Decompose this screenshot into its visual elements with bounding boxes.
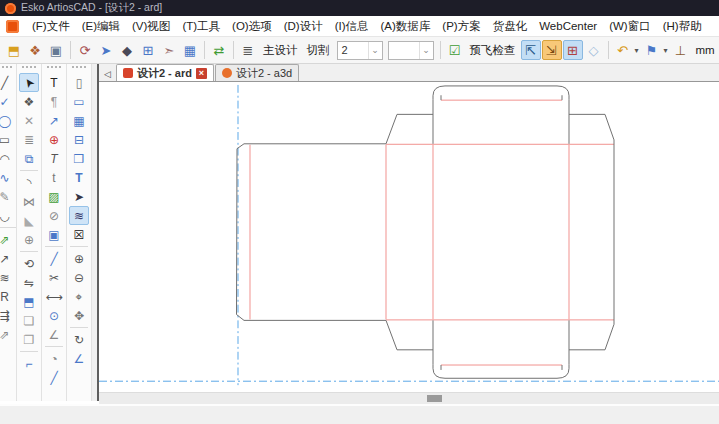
tab-scroll-left-button[interactable]: ◁ [101,69,116,81]
compress-lines-tool[interactable]: ≋ [69,206,89,225]
sketch-tool[interactable]: ✎ [0,187,15,206]
view-flag-button[interactable]: ⚑ [642,40,662,60]
move-point-tool[interactable]: ⇗ [0,230,15,249]
stretch-poly-tool[interactable]: ⇗ [0,325,15,344]
design-pointer-button[interactable]: ➤ [96,40,116,60]
select-tool[interactable]: ➤ [19,73,39,92]
center-mark-tool[interactable]: ⊙ [44,306,64,325]
paragraph-tool[interactable]: ¶ [44,92,64,111]
menu-file[interactable]: (F)文件 [26,19,76,34]
horizontal-scrollbar[interactable] [99,392,719,404]
output-button[interactable]: ⊥ [671,40,691,60]
leader-arrow-tool[interactable]: ↗ [44,111,64,130]
grid-toggle-button[interactable]: ⊞ [563,40,583,60]
move-line-tool[interactable]: ↗ [0,249,15,268]
menu-database[interactable]: (A)数据库 [375,19,437,34]
line-angle-tool[interactable]: ╱ [44,368,64,387]
convert-3d-button[interactable]: ⇄ [209,40,229,60]
line-tool[interactable]: ╱ [0,73,15,92]
layers-tool[interactable]: ≣ [19,130,39,149]
palette-drag-handle[interactable] [72,66,86,71]
spec-sheet-button[interactable]: ▦ [180,40,200,60]
main-design-label[interactable]: 主设计 [259,43,302,58]
text-italic-tool[interactable]: T [44,149,64,168]
arc-through-tool[interactable]: ◡ [0,206,15,225]
zoom-out-tool[interactable]: ⊖ [69,268,89,287]
tab-close-button[interactable]: × [196,68,207,79]
snap-toggle-button[interactable]: ⇱ [521,40,541,60]
scale-select-combo[interactable]: 2⌄ [337,41,383,60]
pointer-check-button[interactable]: ➣ [159,40,179,60]
palette-drag-handle[interactable] [0,66,12,71]
view-select-combo[interactable]: ⌄ [388,41,434,60]
drawing-canvas[interactable] [99,82,719,392]
copy-offset-tool[interactable]: ⊕ [19,230,39,249]
zoom-in-tool[interactable]: ⊕ [69,249,89,268]
circle-dimension-tool[interactable]: ⊕ [44,130,64,149]
menu-tools[interactable]: (T)工具 [176,19,226,34]
menu-help[interactable]: (H)帮助 [657,19,708,34]
menu-edit[interactable]: (E)编辑 [76,19,126,34]
tab-design2-ard[interactable]: 设计2 - ard× [116,64,214,81]
rectangle-tool[interactable]: ▭ [0,130,15,149]
snap-user-toggle-button[interactable]: ⇲ [542,40,562,60]
layout-grid-tool[interactable]: ▦ [69,111,89,130]
mirror-tool[interactable]: ⋈ [19,192,39,211]
text-tool[interactable]: T [44,73,64,92]
rotate-tool[interactable]: ⟲ [19,254,39,273]
fit-view-button[interactable]: ◇ [584,40,604,60]
menu-scheme[interactable]: (P)方案 [436,19,486,34]
hatch-fill-tool[interactable]: ▨ [44,187,64,206]
tab-design2-a3d[interactable]: 设计2 - a3d [215,64,299,81]
delete-tool[interactable]: ✕ [19,111,39,130]
menu-options[interactable]: (O)选项 [226,19,278,34]
cut-tool-tool[interactable]: ✂ [44,268,64,287]
curve-tool[interactable]: ∿ [0,168,15,187]
preflight-button[interactable]: ☑ [445,40,465,60]
view-flag-options-caret[interactable]: ▾ [663,46,670,55]
stretch-tool[interactable]: ⇶ [0,306,15,325]
solid-3d-button[interactable]: ◆ [117,40,137,60]
line-check-tool[interactable]: ✓ [0,92,15,111]
text-small-tool[interactable]: t [44,168,64,187]
cube-3d-tool[interactable]: ⬒ [19,292,39,311]
sheet-stack-tool[interactable]: ❏ [19,311,39,330]
autoplace-text-tool[interactable]: ▣ [44,225,64,244]
palette-drag-handle[interactable] [47,66,61,71]
angle-lines-tool[interactable]: ∠ [44,325,64,344]
duplicate-tool[interactable]: ⧉ [19,149,39,168]
undo-button[interactable]: ↶ [613,40,633,60]
cut-layer-label[interactable]: 切割 [303,43,334,58]
menu-palletization[interactable]: 货盘化 [487,19,534,34]
document-tool[interactable]: ▯ [69,73,89,92]
line-direct-tool[interactable]: ╱ [44,249,64,268]
protractor-tool[interactable]: ◔ [44,349,64,368]
menu-design[interactable]: (D)设计 [278,19,329,34]
attach-tool[interactable]: ⊘ [44,206,64,225]
copy-cubes-tool[interactable]: ❒ [69,149,89,168]
rotate-r-tool[interactable]: R [0,287,15,306]
undo-options-caret[interactable]: ▾ [634,46,641,55]
menu-info[interactable]: (I)信息 [329,19,375,34]
circle-tool[interactable]: ◯ [0,111,15,130]
part-list-button[interactable]: ⊞ [138,40,158,60]
rows-marked-tool[interactable]: ⊟ [69,130,89,149]
menu-window[interactable]: (W)窗口 [603,19,657,34]
group-copy-tool[interactable]: ❐ [19,330,39,349]
delete-annotation-tool[interactable]: ☒ [69,225,89,244]
layer-set-button[interactable]: ≣ [238,40,258,60]
rebuild-button[interactable]: ⟳ [75,40,95,60]
dimension-tool[interactable]: ⟷ [44,287,64,306]
board-frame-tool[interactable]: ▭ [69,92,89,111]
zigzag-tool[interactable]: ≋ [0,268,15,287]
arc-tool[interactable]: ◠ [0,149,15,168]
flip-tool[interactable]: ⇋ [19,273,39,292]
palette-drag-handle[interactable] [22,66,36,71]
angle-view-tool[interactable]: ∠ [69,349,89,368]
open-button[interactable]: ⬒ [4,40,24,60]
zoom-select-tool[interactable]: ⌖ [69,287,89,306]
menu-webcenter[interactable]: WebCenter [533,20,603,32]
horizontal-scrollbar-thumb[interactable] [427,395,442,402]
chamfer-tool[interactable]: ◣ [19,211,39,230]
bend-tool[interactable]: ⌐ [19,354,39,373]
